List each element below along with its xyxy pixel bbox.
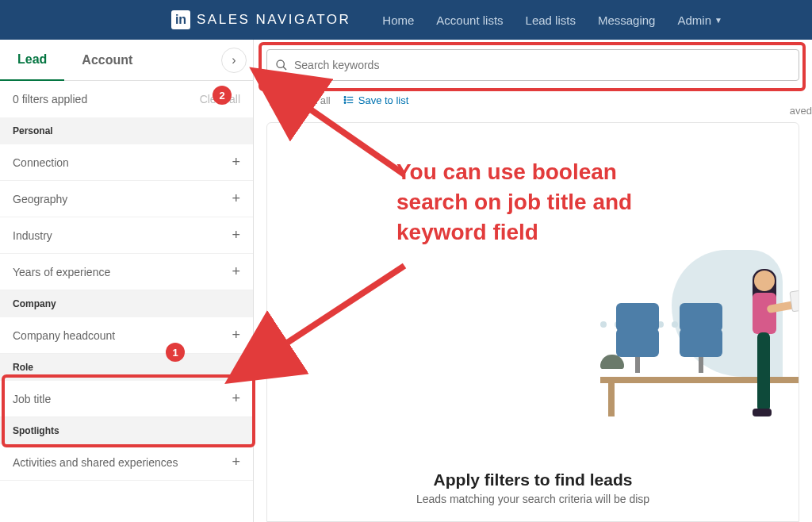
logo-text: SALES NAVIGATOR: [197, 12, 350, 28]
section-role: Role: [0, 354, 253, 381]
nav-admin-label: Admin: [677, 13, 711, 27]
select-all[interactable]: Select all: [270, 94, 331, 106]
plus-icon: +: [232, 327, 240, 344]
filter-label: Connection: [13, 156, 69, 169]
save-to-list-label: Save to list: [358, 94, 409, 106]
clear-all-button[interactable]: Clear all: [200, 93, 240, 106]
nav-lead-lists[interactable]: Lead lists: [526, 13, 576, 27]
logo: in SALES NAVIGATOR: [171, 10, 350, 29]
plus-icon: +: [232, 263, 240, 280]
tab-account[interactable]: Account: [64, 40, 150, 81]
search-bar[interactable]: [266, 49, 799, 81]
filter-geography[interactable]: Geography +: [0, 181, 253, 217]
svg-point-7: [344, 102, 346, 104]
nav-admin[interactable]: Admin ▼: [677, 13, 722, 27]
plus-icon: +: [232, 227, 240, 244]
app-header: in SALES NAVIGATOR Home Account lists Le…: [0, 0, 812, 40]
filter-status-row: 0 filters applied Clear all: [0, 81, 253, 117]
filters-applied-label: 0 filters applied: [13, 93, 87, 106]
search-icon: [275, 59, 288, 71]
nav-messaging[interactable]: Messaging: [598, 13, 656, 27]
list-icon: [343, 94, 354, 106]
chevron-right-icon: ›: [232, 53, 236, 67]
filter-label: Job title: [13, 393, 51, 405]
search-input[interactable]: [294, 59, 791, 71]
filter-connection[interactable]: Connection +: [0, 144, 253, 181]
collapse-sidebar-button[interactable]: ›: [221, 48, 247, 73]
filter-industry[interactable]: Industry +: [0, 217, 253, 254]
empty-title: Apply filters to find leads: [434, 470, 633, 489]
filter-activities[interactable]: Activities and shared experiences +: [0, 444, 253, 481]
main: Lead Account › 0 filters applied Clear a…: [0, 40, 812, 522]
section-company: Company: [0, 290, 253, 317]
results-empty-state: Apply filters to find leads Leads matchi…: [266, 122, 799, 522]
empty-subtitle: Leads matching your search criteria will…: [416, 493, 649, 505]
linkedin-in-icon: in: [171, 10, 190, 29]
svg-point-6: [344, 99, 346, 101]
save-to-list-button[interactable]: Save to list: [343, 94, 409, 106]
svg-point-5: [344, 97, 346, 98]
nav-account-lists[interactable]: Account lists: [436, 13, 503, 27]
nav-links: Home Account lists Lead lists Messaging …: [382, 13, 722, 27]
saved-indicator: aved: [790, 105, 812, 117]
select-all-checkbox[interactable]: [270, 94, 282, 106]
plus-icon: +: [232, 190, 240, 207]
section-spotlights: Spotlights: [0, 417, 253, 444]
filter-company-headcount[interactable]: Company headcount +: [0, 317, 253, 354]
filter-sidebar: Lead Account › 0 filters applied Clear a…: [0, 40, 254, 522]
section-personal: Personal: [0, 117, 253, 144]
nav-home[interactable]: Home: [382, 13, 414, 27]
select-all-label: Select all: [289, 94, 331, 106]
filter-job-title[interactable]: Job title +: [0, 381, 253, 417]
plus-icon: +: [232, 154, 240, 171]
search-row: [254, 40, 812, 86]
plus-icon: +: [232, 390, 240, 407]
filter-label: Activities and shared experiences: [13, 456, 178, 469]
tab-lead[interactable]: Lead: [0, 40, 64, 81]
svg-point-0: [277, 60, 284, 67]
plus-icon: +: [232, 454, 240, 470]
empty-illustration: [600, 234, 799, 416]
filter-label: Company headcount: [13, 329, 115, 342]
filter-label: Industry: [13, 229, 52, 242]
entity-tabs: Lead Account ›: [0, 40, 253, 81]
results-toolbar: Select all Save to list: [254, 86, 812, 114]
filter-label: Geography: [13, 193, 67, 205]
content-pane: aved Select all Save to list: [254, 40, 812, 522]
filter-years-experience[interactable]: Years of experience +: [0, 254, 253, 290]
svg-line-1: [283, 67, 286, 70]
filter-label: Years of experience: [13, 266, 110, 278]
chevron-down-icon: ▼: [714, 16, 722, 25]
